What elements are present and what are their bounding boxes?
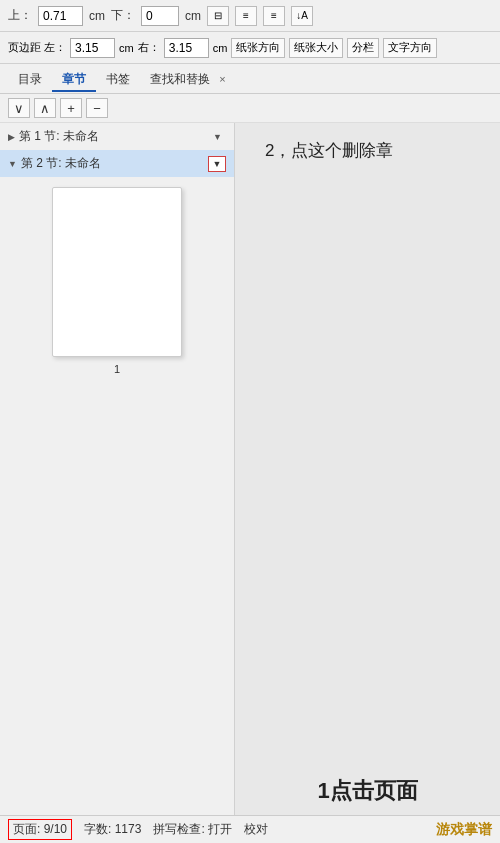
status-bar: 页面: 9/10 字数: 1173 拼写检查: 打开 校对 游戏掌谱 [0,815,500,843]
align-btn[interactable]: ≡ [235,6,257,26]
margin-right-label: 右： [138,40,160,55]
annotation-step1: 1点击页面 [317,776,417,806]
main-layout: ▶ 第 1 节: 未命名 ▼ ▼ 第 2 节: 未命名 ▼ 1 2，点这个删除章… [0,123,500,843]
revision-status: 校对 [244,821,268,838]
chapter2-label: 第 2 节: 未命名 [21,155,204,172]
nav-item-chapter2[interactable]: ▼ 第 2 节: 未命名 ▼ [0,150,234,177]
nav-item-chapter1[interactable]: ▶ 第 1 节: 未命名 ▼ [0,123,234,150]
text-direction-btn[interactable]: 文字方向 [383,38,437,58]
toolbar2: 页边距 左： cm 右： cm 纸张方向 纸张大小 分栏 文字方向 [0,32,500,64]
bottom-margin-label: 下： [111,7,135,24]
margin-left-label: 页边距 左： [8,40,66,55]
paper-size-btn[interactable]: 纸张大小 [289,38,343,58]
margin-left-unit: cm [119,42,134,54]
panel-controls: ∨ ∧ + − [0,94,500,123]
tab-bookmark[interactable]: 书签 [96,69,140,92]
watermark-text: 游戏掌谱 [436,821,492,839]
spell-check-status: 拼写检查: 打开 [153,821,232,838]
remove-btn[interactable]: − [86,98,108,118]
thumbnail-area: 1 [0,177,234,843]
page-status: 页面: 9/10 [8,819,72,840]
tabs-row: 目录 章节 书签 查找和替换 × [0,64,500,94]
dropdown-arrow1-icon: ▼ [213,132,222,142]
direction-btn[interactable]: ↓A [291,6,313,26]
arrow-right-icon: ▶ [8,132,15,142]
chapter-dropdown-btn[interactable]: ▼ [208,156,226,172]
copy-format-btn[interactable]: ⊟ [207,6,229,26]
word-count-status: 字数: 1173 [84,821,141,838]
expand-btn[interactable]: ∧ [34,98,56,118]
page-number-label: 1 [114,363,120,375]
tab-close-icon[interactable]: × [219,73,225,85]
tab-chapter[interactable]: 章节 [52,69,96,92]
page-thumbnail[interactable] [52,187,182,357]
top-margin-label: 上： [8,7,32,24]
collapse-btn[interactable]: ∨ [8,98,30,118]
top-margin-input[interactable] [38,6,83,26]
bottom-margin-input[interactable] [141,6,179,26]
margin-left-input[interactable] [70,38,115,58]
margin-right-input[interactable] [164,38,209,58]
columns-btn[interactable]: 分栏 [347,38,379,58]
arrow-down-icon: ▼ [8,159,17,169]
add-btn[interactable]: + [60,98,82,118]
chapter1-label: 第 1 节: 未命名 [19,128,209,145]
nav-panel: ▶ 第 1 节: 未命名 ▼ ▼ 第 2 节: 未命名 ▼ 1 [0,123,235,843]
align2-btn[interactable]: ≡ [263,6,285,26]
bottom-margin-unit: cm [185,9,201,23]
margin-right-unit: cm [213,42,228,54]
content-area[interactable]: 2，点这个删除章 1点击页面 [235,123,500,843]
tab-toc[interactable]: 目录 [8,69,52,92]
toolbar: 上： cm 下： cm ⊟ ≡ ≡ ↓A [0,0,500,32]
annotation-step2: 2，点这个删除章 [265,139,393,162]
top-margin-unit: cm [89,9,105,23]
tab-find-replace[interactable]: 查找和替换 × [140,69,236,92]
paper-direction-btn[interactable]: 纸张方向 [231,38,285,58]
